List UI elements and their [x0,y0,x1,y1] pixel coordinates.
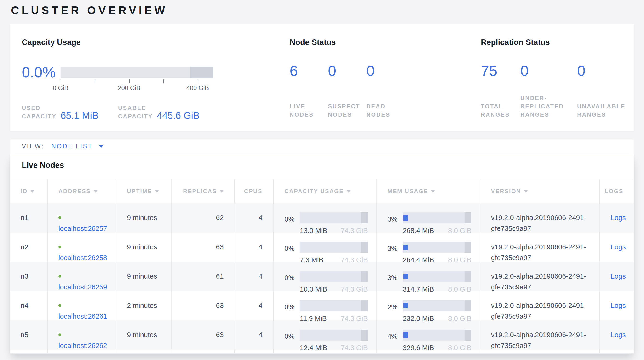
chevron-down-icon[interactable] [98,145,104,148]
node-status-stat-label: SUSPECT NODES [328,102,360,119]
replication-stat-value: 75 [481,63,520,78]
node-address-link[interactable]: localhost:26259 [58,283,107,291]
column-header-label: ADDRESS [58,188,91,195]
replication-stat-label: TOTAL RANGES [481,102,520,119]
replicas-cell: 63 [172,320,235,350]
sort-caret-icon [220,190,224,193]
logs-link[interactable]: Logs [611,214,626,222]
capacity-percent: 0% [284,300,300,320]
id-cell: n3 [10,262,48,291]
capacity-percent-value: 0.0% [22,65,60,80]
logs-cell: Logs [600,320,634,350]
replication-stat-value: 0 [577,63,634,78]
node-status-stat-value: 0 [328,63,366,78]
column-header-label: REPLICAS [183,188,217,195]
memory-meter [403,271,472,282]
node-address-link[interactable]: localhost:26258 [58,254,107,262]
table-header-row: IDADDRESSUPTIMEREPLICASCPUSCAPACITY USAG… [10,179,634,203]
capacity-axis-ticks [60,79,213,83]
uptime-cell: 2 minutes [116,291,172,320]
logs-link[interactable]: Logs [611,243,626,251]
cpus-cell: 4 [235,262,274,291]
axis-tick [198,79,198,83]
logs-link[interactable]: Logs [611,272,626,280]
column-header-address[interactable]: ADDRESS [48,179,116,203]
live-nodes-table: IDADDRESSUPTIMEREPLICASCPUSCAPACITY USAG… [10,179,634,353]
logs-link[interactable]: Logs [611,331,626,339]
column-header-uptime[interactable]: UPTIME [116,179,172,203]
memory-meter-tail [464,212,472,224]
memory-meter-tail [464,300,472,311]
node-address-link[interactable]: localhost:26262 [58,342,107,349]
view-selector-bar: VIEW: NODE LIST [10,139,634,154]
uptime-cell: 9 minutes [116,203,172,233]
view-dropdown-value[interactable]: NODE LIST [51,142,93,150]
partial-cell [600,350,634,353]
node-row-n2: n2localhost:262589 minutes6340%7.3 MiB74… [10,233,634,262]
replicas-cell: 63 [172,233,235,262]
used-capacity-label: USED CAPACITY [22,104,60,121]
sort-caret-icon [94,190,98,193]
node-row-n4: n4localhost:262612 minutes6340%11.9 MiB7… [10,291,634,320]
logs-cell: Logs [600,262,634,291]
column-header-capacity[interactable]: CAPACITY USAGE [274,179,376,203]
column-header-label: CPUS [244,188,262,195]
view-dropdown[interactable]: NODE LIST [51,142,104,150]
memory-meter-fill [404,245,408,250]
node-live-icon [58,275,61,278]
capacity-percent: 0% [284,242,300,262]
version-cell: v19.2.0-alpha.20190606-2491-gfe735c9a97 [480,262,600,291]
capacity-bar-unusable-segment [190,67,213,78]
address-cell: localhost:26258 [48,233,116,262]
column-header-mem[interactable]: MEM USAGE [376,179,480,203]
replication-stat-label: UNAVAILABLE RANGES [577,102,630,119]
column-header-cpus: CPUS [235,179,274,203]
column-header-version[interactable]: VERSION [480,179,600,203]
node-status-stat: 0DEAD NODES [366,63,405,119]
capacity-percent: 0% [284,329,300,350]
column-header-id[interactable]: ID [10,179,48,203]
column-header-label: UPTIME [127,188,152,195]
capacity-cell: 0%11.9 MiB74.3 GiB [274,291,376,320]
memory-percent: 4% [388,329,403,350]
partial-cell [10,350,48,353]
axis-tick [164,79,164,83]
table-partial-row [10,350,634,353]
memory-meter-fill [404,303,408,308]
used-capacity-stat: USED CAPACITY 65.1 MiB [22,104,118,121]
usable-capacity-label: USABLE CAPACITY [118,104,157,121]
replication-stat-label: UNDER-REPLICATED RANGES [520,94,573,119]
partial-cell [116,350,172,353]
capacity-meter-tail [361,271,368,282]
replication-status-title: Replication Status [481,38,634,47]
sort-caret-icon [155,190,159,193]
address-cell: localhost:26259 [48,262,116,291]
logs-link[interactable]: Logs [611,302,626,309]
partial-cell [376,350,480,353]
column-header-label: CAPACITY USAGE [284,188,344,195]
capacity-usage-bar: 0 GiB200 GiB400 GiB [60,67,213,92]
node-status-stat-value: 0 [366,63,405,78]
sort-caret-icon [431,190,435,193]
capacity-meter [300,329,368,340]
address-cell: localhost:26261 [48,291,116,320]
axis-tick [60,79,61,83]
address-cell: localhost:26257 [48,203,116,233]
logs-cell: Logs [600,203,634,233]
column-header-replicas[interactable]: REPLICAS [172,179,235,203]
mem-cell: 2%232.0 MiB8.0 GiB [376,291,480,320]
memory-percent: 3% [388,271,403,291]
cpus-cell: 4 [235,233,274,262]
id-cell: n4 [10,291,48,320]
memory-meter [403,212,472,224]
capacity-meter-tail [361,329,368,340]
column-header-logs: LOGS [600,179,634,203]
node-status-stat: 0SUSPECT NODES [328,63,366,119]
memory-percent: 3% [388,242,403,262]
node-address-link[interactable]: localhost:26261 [58,312,107,320]
mem-cell: 3%264.4 MiB8.0 GiB [376,233,480,262]
node-status-stat-label: DEAD NODES [366,102,398,119]
version-cell: v19.2.0-alpha.20190606-2491-gfe735c9a97 [480,203,600,233]
replication-status-section: Replication Status 75TOTAL RANGES0UNDER-… [481,38,634,131]
node-address-link[interactable]: localhost:26257 [58,225,107,232]
